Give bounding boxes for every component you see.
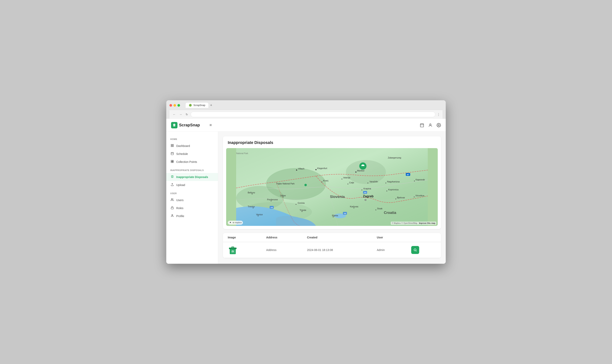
svg-rect-8 [171,146,172,147]
svg-point-87 [376,209,376,210]
sidebar-item-label: Dashboard [176,144,190,147]
svg-text:A4: A4 [270,207,273,208]
browser-window: 🟢 ScrapSnap + ← → ↻ ⋮ 🗑 ScrapSnap ≡ [166,100,446,264]
table-header: Image Address Created User [223,233,441,242]
svg-rect-6 [171,144,172,145]
app-logo: 🗑 ScrapSnap [171,122,200,128]
user-icon-button[interactable] [428,123,432,127]
mapbox-logo-text: ⊕ mapbox [233,221,242,224]
sidebar-item-schedule[interactable]: Schedule [166,150,218,158]
svg-point-61 [321,182,322,182]
users-icon [170,198,174,202]
forward-button[interactable]: → [178,112,183,117]
sidebar-item-users[interactable]: Users [166,196,218,204]
more-menu-button[interactable]: ⋮ [437,113,440,117]
svg-text:Gorizia: Gorizia [298,202,305,204]
sidebar-item-label: Schedule [176,152,188,156]
svg-text:Kranj: Kranj [323,179,328,182]
svg-text:Celje: Celje [349,182,354,184]
svg-text:Trieste: Trieste [300,209,306,211]
gear-icon [437,123,441,127]
svg-text:Zagreb: Zagreb [363,195,374,198]
svg-text:Krapina: Krapina [363,187,371,190]
dashboard-icon [170,144,174,148]
svg-point-68 [296,204,296,205]
sidebar-section-inappropriate: INAPPROPRIATE DISPOSALS [166,169,218,173]
svg-text:Sisak: Sisak [377,207,382,210]
svg-rect-0 [420,124,424,127]
svg-text:A4: A4 [344,212,346,214]
sidebar-item-profile[interactable]: Profile [166,212,218,220]
svg-text:Slovenia: Slovenia [330,195,345,199]
main-content: Inappropriate Disposals [218,131,446,264]
close-button[interactable] [169,104,172,107]
tab-label: ScrapSnap [194,104,205,107]
settings-icon-button[interactable] [437,123,441,127]
cell-image: ♻ [223,242,262,258]
sidebar-section-user: USER [166,192,218,196]
attribution-text: © Mapbox © OpenStreetMap [392,222,417,224]
svg-point-55 [362,190,362,190]
table-section-card: Image Address Created User [223,233,441,258]
browser-tab[interactable]: 🟢 ScrapSnap [186,103,209,108]
col-address: Address [262,233,302,242]
collection-points-icon [170,160,174,164]
svg-point-19 [171,198,172,200]
sidebar-item-roles[interactable]: Roles [166,204,218,212]
hamburger-button[interactable]: ≡ [209,123,212,127]
traffic-lights [169,104,180,107]
maximize-button[interactable] [178,104,180,107]
svg-text:Klagenfurt: Klagenfurt [317,167,327,169]
svg-text:Rijeka: Rijeka [332,214,338,217]
svg-rect-15 [172,160,173,161]
sidebar-section-home: HOME [166,138,218,142]
svg-point-82 [365,200,366,200]
sidebar-item-label: Inappropriate Disposals [176,175,208,179]
profile-icon [170,214,174,218]
col-image: Image [223,233,262,242]
svg-point-5 [438,125,439,126]
logo-icon: 🗑 [171,122,178,128]
svg-text:A4: A4 [364,192,366,194]
svg-text:Karlovac: Karlovac [350,205,359,208]
search-action-button[interactable] [411,246,419,254]
improve-map-link[interactable]: Improve this map [419,222,435,224]
svg-point-95 [230,222,231,223]
svg-text:Triglav National Park: Triglav National Park [276,182,295,185]
svg-point-36 [296,169,297,171]
back-button[interactable]: ← [172,112,177,117]
svg-rect-17 [171,162,172,163]
svg-text:Velenje: Velenje [343,176,350,179]
svg-point-4 [430,124,431,125]
sidebar: HOME Dashboard Schedule [166,131,218,264]
svg-point-47 [342,179,342,179]
svg-point-59 [414,196,415,197]
svg-rect-79 [304,184,307,186]
map-svg: A4 A4 A4 M7 Villach [226,148,438,226]
mapbox-logo-icon [229,221,232,224]
data-table: Image Address Created User [223,233,441,258]
map-section-card: Inappropriate Disposals [223,136,441,229]
sidebar-item-upload[interactable]: Upload [166,181,218,189]
svg-rect-99 [232,247,234,248]
roles-icon [170,206,174,210]
svg-point-40 [355,171,357,173]
cell-created: 2024-06-01 18:13:08 [302,242,372,258]
sidebar-item-collection-points[interactable]: Collection Points [166,158,218,166]
tab-bar: 🟢 ScrapSnap + [186,103,213,108]
svg-rect-20 [171,208,173,209]
cell-action [406,242,441,258]
sidebar-item-dashboard[interactable]: Dashboard [166,142,218,150]
app-container: 🗑 ScrapSnap ≡ [166,119,446,264]
calendar-icon-button[interactable] [420,123,424,127]
sidebar-item-inappropriate-disposals[interactable]: Inappropriate Disposals [166,173,218,181]
refresh-button[interactable]: ↻ [185,112,189,117]
add-tab-button[interactable]: + [209,103,213,107]
address-bar[interactable] [191,112,435,117]
svg-text:Croatia: Croatia [384,211,396,215]
svg-point-25 [346,160,386,184]
svg-text:Varaždin: Varaždin [369,180,378,183]
svg-text:Zalaegerszeg: Zalaegerszeg [388,156,401,159]
map-container[interactable]: A4 A4 A4 M7 Villach [226,148,438,226]
minimize-button[interactable] [173,104,176,107]
